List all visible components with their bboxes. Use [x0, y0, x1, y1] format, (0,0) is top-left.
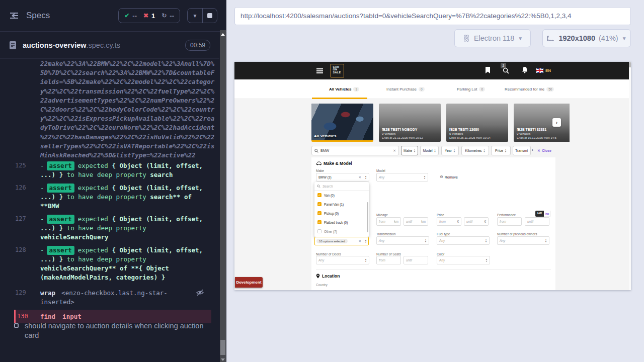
- filter-chip-model[interactable]: Model▲▼: [420, 146, 439, 155]
- stepper-icon: ▲▼: [414, 149, 416, 153]
- tab-instant-purchase[interactable]: Instant Purchase0: [386, 79, 425, 99]
- performance-unit-toggle[interactable]: kW hp: [535, 211, 551, 217]
- mileage-from-input[interactable]: fromkm: [376, 217, 401, 226]
- scroll-up-icon[interactable]: [221, 33, 225, 36]
- option-other[interactable]: Other (7): [314, 227, 369, 236]
- clear-icon[interactable]: ✕: [359, 175, 361, 179]
- category-select-summary[interactable]: 10 options selected ✕▲▼: [314, 237, 369, 245]
- uk-flag-icon[interactable]: [536, 68, 543, 73]
- performance-until-input[interactable]: until: [525, 217, 549, 226]
- tab-count-badge: 0: [479, 87, 485, 92]
- spec-file-name: auctions-overview.spec.cy.ts: [23, 41, 185, 49]
- previous-owners-label: Number of previous owners: [497, 232, 537, 236]
- price-until-input[interactable]: until€: [464, 217, 489, 226]
- auction-card[interactable]: [E2E TEST] 82881 0 Vehicles Ends at 19.1…: [514, 104, 570, 142]
- search-input[interactable]: BMW: [320, 149, 391, 152]
- clear-search-icon[interactable]: ✕: [393, 149, 396, 153]
- app-logo[interactable]: CAR ON SALE: [331, 64, 344, 77]
- option-panel-van[interactable]: ✓Panel Van (1): [314, 200, 369, 209]
- scrollbar-thumb[interactable]: [220, 340, 225, 355]
- vehicle-search-icon[interactable]: [503, 67, 509, 74]
- checkbox-checked-icon[interactable]: ✓: [317, 202, 321, 206]
- fuel-type-label: Fuel type: [437, 232, 450, 236]
- filter-chip-kilometres[interactable]: Kilometres▲▼: [461, 146, 489, 155]
- transmission-select[interactable]: Any▲▼: [376, 236, 429, 245]
- seats-from-input[interactable]: from: [376, 256, 401, 264]
- language-label[interactable]: EN: [545, 68, 551, 73]
- card-vehicle-count: 0 Vehicles: [517, 132, 570, 136]
- chips-scroll-right-icon[interactable]: ›: [532, 148, 533, 152]
- clear-icon[interactable]: ✕: [359, 239, 361, 243]
- color-select[interactable]: Any▲▼: [437, 256, 490, 264]
- collapse-button[interactable]: ▼: [188, 9, 202, 23]
- viewport-selector[interactable]: 1920x1080 (41%) ▼: [542, 29, 631, 47]
- tab-recommended[interactable]: Recommended for me50: [505, 79, 554, 99]
- fuel-type-select[interactable]: Any▲▼: [437, 236, 490, 245]
- transmission-label: Transmission: [376, 232, 395, 236]
- scrollbar-thumb[interactable]: [629, 62, 631, 67]
- command-name: find: [40, 313, 55, 320]
- wrap-command-entry[interactable]: 129 wrap<enzo-checkbox.last.ng-star-inse…: [0, 289, 219, 307]
- assert-entry[interactable]: 128 -assertexpected { Object (limit, off…: [0, 246, 219, 282]
- price-from-input[interactable]: from€: [437, 217, 461, 226]
- close-icon: ✕: [537, 149, 540, 153]
- checkbox-checked-icon[interactable]: ✓: [317, 211, 321, 215]
- line-number: 130: [17, 313, 28, 320]
- option-pickup[interactable]: ✓Pickup (0): [314, 209, 369, 218]
- doors-select[interactable]: Any▲▼: [316, 256, 369, 264]
- performance-from-input[interactable]: from: [497, 217, 522, 226]
- assert-entry[interactable]: 126 -assertexpected { Object (limit, off…: [0, 184, 219, 211]
- seats-until-input[interactable]: until: [404, 256, 428, 264]
- model-select[interactable]: Any ▲▼: [376, 173, 428, 182]
- checkbox-checked-icon[interactable]: ✓: [317, 220, 321, 224]
- make-select[interactable]: BMW (3) ✕▲▼: [316, 173, 369, 182]
- vehicle-search-box[interactable]: BMW ✕: [311, 146, 399, 155]
- request-url-log[interactable]: 22make%22%3A%22BMW%22%2C%22model%22%3Anu…: [40, 59, 215, 160]
- option-van[interactable]: ✓Van (0): [314, 191, 369, 200]
- checkbox-checked-icon[interactable]: ✓: [317, 193, 321, 197]
- mileage-until-input[interactable]: untilkm: [404, 217, 428, 226]
- reporter-scrollbar[interactable]: [220, 30, 226, 362]
- app-tabs: All Vehicles3 Instant Purchase0 Parking …: [234, 79, 629, 99]
- collapse-icon[interactable]: ▲▼: [365, 239, 367, 243]
- checkbox-unchecked-icon[interactable]: [317, 229, 321, 233]
- hp-toggle[interactable]: hp: [544, 211, 551, 217]
- bookmark-icon[interactable]: [485, 66, 491, 74]
- hamburger-menu-icon[interactable]: [316, 68, 323, 75]
- bell-icon[interactable]: [522, 66, 528, 73]
- option-flatbed-truck[interactable]: ✓Flatbed truck (0): [314, 218, 369, 227]
- browser-selector[interactable]: Electron 118 ▼: [454, 29, 531, 47]
- previous-owners-select[interactable]: Any▲▼: [497, 236, 549, 245]
- assert-entry[interactable]: 125 -assertexpected { Object (limit, off…: [0, 161, 219, 179]
- filter-chip-transmission[interactable]: Transmi: [513, 146, 531, 155]
- url-bar[interactable]: http://localhost:4200/salesman/auctions?…: [234, 7, 631, 25]
- close-filters-button[interactable]: ✕Close: [537, 146, 551, 155]
- kw-toggle[interactable]: kW: [535, 211, 544, 217]
- ruler-icon: [546, 35, 555, 42]
- tab-all-vehicles[interactable]: All Vehicles3: [329, 79, 359, 99]
- filter-chip-year[interactable]: Year▲▼: [441, 146, 459, 155]
- spec-file-ext: .spec.cy.ts: [87, 41, 120, 49]
- stop-button[interactable]: [202, 9, 217, 23]
- spec-file-row[interactable]: auctions-overview.spec.cy.ts 00:59: [0, 32, 219, 59]
- scroll-down-icon[interactable]: [221, 358, 225, 361]
- specs-menu-icon[interactable]: [9, 12, 19, 20]
- carousel-next-button[interactable]: ›: [552, 118, 561, 127]
- spec-duration-badge: 00:59: [185, 40, 210, 51]
- browser-name: Electron 118: [474, 34, 514, 42]
- tab-parking-lot[interactable]: Parking Lot0: [457, 79, 485, 99]
- dropdown-search[interactable]: Search: [314, 182, 369, 191]
- filter-chip-make[interactable]: Make▲▼: [401, 146, 418, 155]
- preview-scrollbar[interactable]: [629, 62, 631, 290]
- auction-card[interactable]: [E2E TEST] 13680 0 Vehicles Ends at 25.1…: [446, 104, 508, 142]
- viewport-zoom: (41%): [599, 34, 618, 42]
- auction-card[interactable]: [E2E TEST] NOBODY 0 Vehicles Ends at 21.…: [379, 104, 441, 142]
- dropdown-scrollbar[interactable]: [367, 202, 368, 232]
- next-test-item[interactable]: should navigate to auction details when …: [14, 321, 204, 340]
- auction-cards-carousel: All Vehicles [E2E TEST] NOBODY 0 Vehicle…: [311, 104, 570, 142]
- assert-entry[interactable]: 127 -assertexpected { Object (limit, off…: [0, 215, 219, 242]
- eye-slash-icon[interactable]: [196, 289, 204, 296]
- filter-chip-price[interactable]: Price▲▼: [491, 146, 511, 155]
- remove-make-model-button[interactable]: ⊖ Remove: [440, 175, 458, 179]
- auction-card-all-vehicles[interactable]: All Vehicles: [311, 104, 373, 142]
